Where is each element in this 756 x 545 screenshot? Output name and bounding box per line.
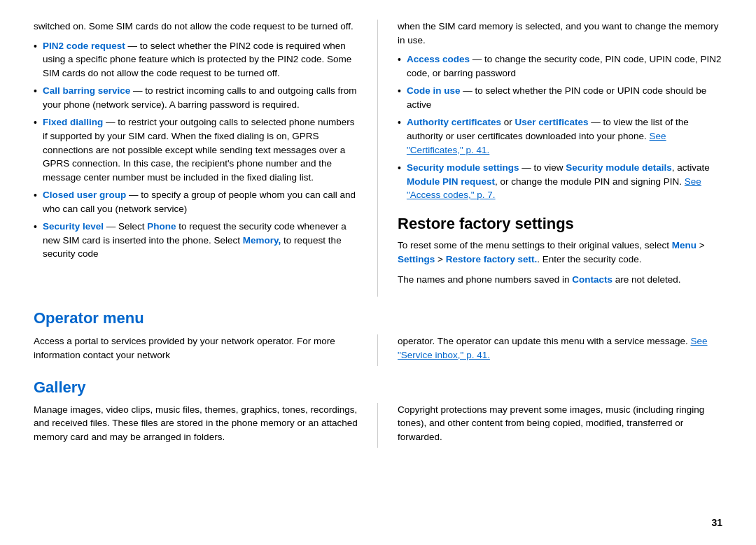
restore-para1: To reset some of the menu settings to th… (398, 239, 722, 266)
operator-heading-container: Operator menu (34, 309, 722, 327)
authority-certs-or: or (501, 117, 515, 127)
security-module-text3: , or change the module PIN and signing P… (495, 176, 685, 187)
operator-section: Access a portal to services provided by … (34, 334, 722, 366)
list-item-code-in-use: Code in use — to select whether the PIN … (398, 84, 722, 111)
top-section: switched on. Some SIM cards do not allow… (34, 20, 722, 297)
restore-settings-link[interactable]: Settings (398, 254, 435, 264)
left-bullet-list: PIN2 code request — to select whether th… (34, 39, 358, 261)
restore-section: Restore factory settings To reset some o… (398, 215, 722, 287)
page-number: 31 (711, 517, 722, 528)
list-item-authority-certs: Authority certificates or User certifica… (398, 115, 722, 157)
code-in-use-link[interactable]: Code in use (407, 85, 461, 96)
gallery-right-text: Copyright protections may prevent some i… (398, 403, 722, 444)
list-item-closed-user: Closed user group — to specify a group o… (34, 188, 358, 215)
operator-right-text-content: operator. The operator can update this m… (398, 336, 691, 346)
gallery-section: Manage images, video clips, music files,… (34, 403, 722, 448)
operator-heading: Operator menu (34, 309, 722, 327)
call-barring-link[interactable]: Call barring service (43, 85, 130, 96)
operator-left-text: Access a portal to services provided by … (34, 334, 358, 362)
list-item-fixed-dialling: Fixed dialling — to restrict your outgoi… (34, 115, 358, 184)
security-level-text1: — Select (104, 221, 147, 232)
restore-para1-sep2: > (435, 254, 445, 264)
restore-para1-text2: . Enter the security code. (537, 254, 641, 264)
authority-certs-link[interactable]: Authority certificates (407, 117, 501, 127)
list-item-access-codes: Access codes — to change the security co… (398, 52, 722, 80)
fixed-dialling-link[interactable]: Fixed dialling (43, 117, 103, 127)
intro-text-right: when the SIM card memory is selected, an… (398, 20, 722, 47)
security-module-text2: , activate (672, 162, 710, 173)
module-pin-link[interactable]: Module PIN request (407, 176, 495, 187)
restore-contacts-link[interactable]: Contacts (572, 274, 612, 285)
security-level-link[interactable]: Security level (43, 221, 104, 232)
gallery-heading-container: Gallery (34, 378, 722, 397)
restore-heading: Restore factory settings (398, 215, 722, 233)
restore-para2-text1: The names and phone numbers saved in (398, 274, 572, 285)
security-level-memory-link[interactable]: Memory, (243, 235, 281, 246)
restore-factory-sett-link[interactable]: Restore factory sett. (446, 254, 538, 264)
restore-para1-text1: To reset some of the menu settings to th… (398, 240, 672, 250)
operator-right: operator. The operator can update this m… (378, 334, 722, 366)
list-item-security-module: Security module settings — to view Secur… (398, 161, 722, 202)
right-bullet-list: Access codes — to change the security co… (398, 52, 722, 202)
gallery-right: Copyright protections may prevent some i… (378, 403, 722, 448)
user-certs-link[interactable]: User certificates (514, 117, 588, 127)
closed-user-link[interactable]: Closed user group (43, 190, 126, 200)
gallery-heading: Gallery (34, 378, 722, 397)
list-item-call-barring: Call barring service — to restrict incom… (34, 84, 358, 111)
pin2-link[interactable]: PIN2 code request (43, 41, 125, 51)
security-module-text1: — to view (519, 162, 566, 173)
restore-menu-link[interactable]: Menu (672, 240, 696, 250)
col-right-top: when the SIM card memory is selected, an… (378, 20, 722, 297)
operator-right-text: operator. The operator can update this m… (398, 334, 722, 362)
restore-para2-text2: are not deleted. (612, 274, 681, 285)
col-left-top: switched on. Some SIM cards do not allow… (34, 20, 378, 297)
list-item-pin2: PIN2 code request — to select whether th… (34, 39, 358, 80)
operator-left: Access a portal to services provided by … (34, 334, 378, 366)
list-item-security-level: Security level — Select Phone to request… (34, 220, 358, 261)
security-level-phone-link[interactable]: Phone (147, 221, 176, 232)
gallery-left: Manage images, video clips, music files,… (34, 403, 378, 448)
access-codes-link[interactable]: Access codes (407, 54, 470, 64)
security-module-details-link[interactable]: Security module details (566, 162, 672, 173)
intro-text-left: switched on. Some SIM cards do not allow… (34, 20, 358, 34)
restore-para2: The names and phone numbers saved in Con… (398, 273, 722, 287)
gallery-left-text: Manage images, video clips, music files,… (34, 403, 358, 444)
restore-para1-sep1: > (696, 240, 705, 250)
page: switched on. Some SIM cards do not allow… (0, 0, 756, 545)
security-module-link[interactable]: Security module settings (407, 162, 519, 173)
